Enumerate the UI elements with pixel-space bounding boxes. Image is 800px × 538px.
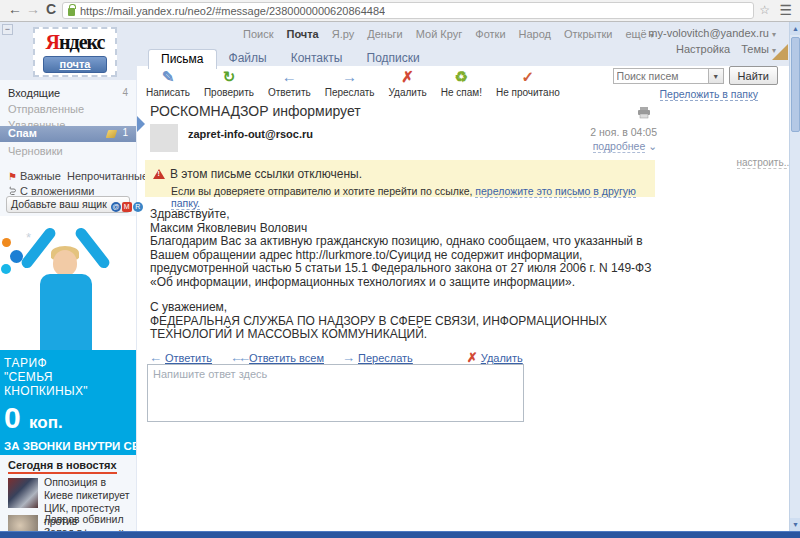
nav-item-money[interactable]: Деньги <box>367 28 403 40</box>
folder-count: 4 <box>122 87 128 98</box>
search-scope-dropdown[interactable]: ▼ <box>709 68 724 84</box>
not-spam-button[interactable]: ♻Не спам! <box>441 69 482 98</box>
scrollbar-thumb[interactable] <box>791 37 800 132</box>
delete-link[interactable]: Удалить <box>481 352 523 364</box>
forward-button[interactable]: →Переслать <box>325 69 375 98</box>
nav-item-moikrug[interactable]: Мой Круг <box>416 28 463 40</box>
folder-item-drafts[interactable]: Черновики <box>0 144 136 159</box>
address-bar[interactable]: https://mail.yandex.ru/neo2/#message/238… <box>62 2 754 19</box>
body-name: Максим Яковлевич Волович <box>150 222 668 236</box>
folder-item-spam[interactable]: Спам 1 <box>0 126 136 142</box>
nav-item-yaru[interactable]: Я.ру <box>332 28 355 40</box>
banner-price: 0 коп. <box>4 402 136 439</box>
collapse-handle-icon[interactable] <box>137 116 145 132</box>
search-input[interactable] <box>613 68 709 84</box>
details-toggle[interactable]: подробнее ⌄ <box>537 140 657 152</box>
add-mailbox-button[interactable]: Добавьте ваш ящик @MR <box>6 196 130 213</box>
find-button[interactable]: Найти <box>729 66 778 85</box>
forward-arrow-icon: → <box>325 69 375 85</box>
reply-link[interactable]: Ответить <box>165 352 212 364</box>
sender-avatar <box>150 124 178 152</box>
account-block: my-volovitch@yandex.ru ▾ Настройка Темы … <box>648 26 776 58</box>
reply-textarea[interactable] <box>147 364 524 422</box>
mail-service-icon-2: M <box>122 202 132 212</box>
banner-line3: ЗА ЗВОНКИ ВНУТРИ СЕТИ <box>4 440 136 452</box>
reply-arrow-icon: ← <box>268 69 311 85</box>
move-to-folder-link[interactable]: Переложить в папку <box>660 88 758 101</box>
filter-important[interactable]: Важные <box>20 170 61 182</box>
print-icon[interactable] <box>637 105 651 123</box>
mail-tabs: Письма Файлы Контакты Подписки <box>148 49 432 69</box>
body-greeting: Здравствуйте, <box>150 208 668 222</box>
sender-email[interactable]: zapret-info-out@rsoc.ru <box>188 128 313 140</box>
reply-button[interactable]: ←Ответить <box>268 69 311 98</box>
scroll-up-button[interactable]: ▲ <box>790 22 800 35</box>
browser-chrome: ← → C https://mail.yandex.ru/neo2/#messa… <box>0 0 800 22</box>
flag-icon: ⚑ <box>8 171 17 182</box>
themes-link[interactable]: Темы ▾ <box>741 43 776 55</box>
news-title: Сегодня в новостях <box>8 459 117 474</box>
reply-arrow-icon: ← <box>149 350 162 365</box>
account-menu[interactable]: my-volovitch@yandex.ru ▾ <box>648 26 776 42</box>
check-mail-button[interactable]: ↻Проверить <box>204 69 254 98</box>
warning-title: В этом письме ссылки отключены. <box>170 167 362 181</box>
logo-rest: ндекс <box>59 31 104 53</box>
back-icon[interactable]: ← <box>6 1 24 17</box>
message-toolbar: ✎Написать ↻Проверить ←Ответить →Переслат… <box>146 69 560 98</box>
folder-item-inbox[interactable]: Входящие4 <box>0 86 136 101</box>
broom-icon[interactable] <box>106 130 118 138</box>
nav-item-otkrytki[interactable]: Открытки <box>564 28 612 40</box>
folder-item-sent[interactable]: Отправленные <box>0 102 136 117</box>
theme-decoration <box>772 44 788 60</box>
forward-arrow-icon: → <box>342 350 355 365</box>
news-thumbnail <box>8 478 38 508</box>
filter-unread[interactable]: Непрочитанные <box>67 170 148 182</box>
page-scrollbar[interactable]: ▲ ▼ <box>789 22 800 531</box>
tab-contacts[interactable]: Контакты <box>279 49 355 69</box>
tab-letters[interactable]: Письма <box>148 49 217 69</box>
settings-link[interactable]: Настройка <box>676 43 730 55</box>
body-closing: С уважением, <box>150 301 668 315</box>
scroll-down-button[interactable]: ▼ <box>790 518 800 531</box>
nav-item-fotki[interactable]: Фотки <box>475 28 505 40</box>
nav-item-narod[interactable]: Народ <box>519 28 551 40</box>
configure-folders-link[interactable]: настроить... <box>737 157 793 169</box>
collapse-sidebar-button[interactable]: − <box>2 24 13 35</box>
nav-item-mail[interactable]: Почта <box>286 28 318 40</box>
body-main: Благодарим Вас за активную гражданскую п… <box>150 235 668 289</box>
banner-line2: "СЕМЬЯ КНОПКИНЫХ" <box>4 370 136 398</box>
delete-x-icon: ✗ <box>389 69 427 85</box>
mark-unread-button[interactable]: ✓Не прочитано <box>496 69 560 98</box>
delete-button[interactable]: ✗Удалить <box>389 69 427 98</box>
refresh-icon[interactable]: C <box>42 1 60 17</box>
reply-all-link[interactable]: Ответить всем <box>249 352 324 364</box>
message-subject: РОСКОМНАДЗОР информирует <box>150 103 361 119</box>
banner-decor <box>2 238 11 247</box>
forward-link[interactable]: Переслать <box>358 352 413 364</box>
yandex-logo[interactable]: Яндекс почта <box>33 27 117 77</box>
ad-banner[interactable]: * ТАРИФ "СЕМЬЯ КНОПКИНЫХ" 0 коп. ЗА ЗВОН… <box>0 216 136 455</box>
taskbar-edge <box>0 531 800 538</box>
compose-icon: ✎ <box>146 69 190 85</box>
chevron-down-icon: ▼ <box>712 73 719 80</box>
quick-reply <box>147 364 524 426</box>
delete-x-icon: ✗ <box>467 350 478 365</box>
compose-button[interactable]: ✎Написать <box>146 69 190 98</box>
banner-line1: ТАРИФ <box>4 356 136 370</box>
browser-menu-icon[interactable]: ☰ <box>779 2 792 18</box>
checkmark-icon: ✓ <box>496 69 560 85</box>
tab-files[interactable]: Файлы <box>217 49 279 69</box>
nav-item-search[interactable]: Поиск <box>243 28 273 40</box>
search-area: ▼ Найти <box>613 66 778 85</box>
forward-icon[interactable]: → <box>24 1 42 17</box>
message-date: 2 ноя. в 04:05 <box>537 126 657 138</box>
chevron-down-icon: ⌄ <box>648 140 657 152</box>
url-text[interactable]: https://mail.yandex.ru/neo2/#message/238… <box>80 5 385 17</box>
warning-icon <box>153 169 165 179</box>
warning-text: Если вы доверяете отправителю и хотите п… <box>171 185 475 197</box>
mail-logo-button[interactable]: почта <box>43 56 107 73</box>
bookmark-star-icon[interactable]: ☆ <box>759 3 770 17</box>
tab-subscriptions[interactable]: Подписки <box>355 49 432 69</box>
top-service-nav: Поиск Почта Я.ру Деньги Мой Круг Фотки Н… <box>243 28 654 40</box>
folder-count: 1 <box>122 127 128 138</box>
